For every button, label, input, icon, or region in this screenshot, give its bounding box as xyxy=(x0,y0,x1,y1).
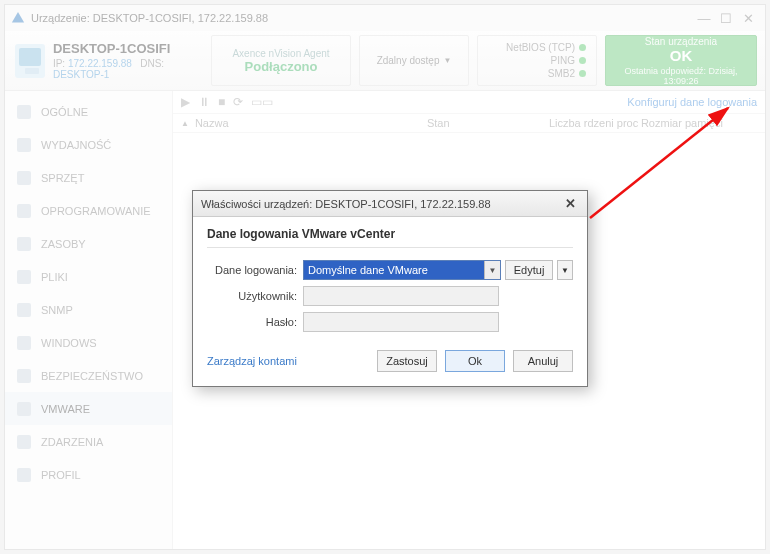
edit-dropdown-button[interactable]: ▼ xyxy=(557,260,573,280)
sidebar-item-files[interactable]: PLIKI xyxy=(5,260,172,293)
service-netbios: NetBIOS (TCP) xyxy=(506,42,586,53)
service-ping: PING xyxy=(551,55,586,66)
login-value: Domyślne dane VMware xyxy=(308,264,428,276)
profile-icon xyxy=(17,468,31,482)
sort-icon[interactable]: ▲ xyxy=(181,119,189,128)
stop-icon[interactable]: ■ xyxy=(218,95,225,109)
security-icon xyxy=(17,369,31,383)
title-prefix: Urządzenie: xyxy=(31,12,90,24)
properties-dialog: Właściwości urządzeń: DESKTOP-1COSIFI, 1… xyxy=(192,190,588,387)
user-field[interactable] xyxy=(303,286,499,306)
minimize-button[interactable]: — xyxy=(693,9,715,27)
sidebar-item-vmware[interactable]: VMWARE xyxy=(5,392,172,425)
cancel-button[interactable]: Anuluj xyxy=(513,350,573,372)
resources-icon xyxy=(17,237,31,251)
col-cores[interactable]: Liczba rdzeni proc xyxy=(549,117,639,129)
general-icon xyxy=(17,105,31,119)
sidebar-item-general[interactable]: OGÓLNE xyxy=(5,95,172,128)
device-name: DESKTOP-1COSIFI xyxy=(53,41,203,56)
software-icon xyxy=(17,204,31,218)
col-memory[interactable]: Rozmiar pamięci xyxy=(641,117,731,129)
status-dot-icon xyxy=(579,70,586,77)
manage-accounts-link[interactable]: Zarządzaj kontami xyxy=(207,355,297,367)
app-icon xyxy=(11,11,25,25)
edit-button[interactable]: Edytuj xyxy=(505,260,553,280)
header: DESKTOP-1COSIFI IP: 172.22.159.88 DNS: D… xyxy=(5,31,765,91)
close-button[interactable]: ✕ xyxy=(737,9,759,27)
column-headers: ▲ Nazwa Stan Liczba rdzeni proc Rozmiar … xyxy=(173,113,765,133)
status-heading: Stan urządzenia xyxy=(645,36,717,47)
status-dot-icon xyxy=(579,44,586,51)
performance-icon xyxy=(17,138,31,152)
snmp-icon xyxy=(17,303,31,317)
sidebar-item-profile[interactable]: PROFIL xyxy=(5,458,172,491)
password-field[interactable] xyxy=(303,312,499,332)
ok-button[interactable]: Ok xyxy=(445,350,505,372)
vmware-icon xyxy=(17,402,31,416)
sidebar-item-events[interactable]: ZDARZENIA xyxy=(5,425,172,458)
sidebar-item-hardware[interactable]: SPRZĘT xyxy=(5,161,172,194)
maximize-button[interactable]: ☐ xyxy=(715,9,737,27)
dialog-titlebar: Właściwości urządzeń: DESKTOP-1COSIFI, 1… xyxy=(193,191,587,217)
status-value: OK xyxy=(670,47,693,64)
col-state[interactable]: Stan xyxy=(427,117,547,129)
sidebar-item-snmp[interactable]: SNMP xyxy=(5,293,172,326)
status-panel: Stan urządzenia OK Ostatnia odpowiedź: D… xyxy=(605,35,757,86)
hardware-icon xyxy=(17,171,31,185)
configure-login-link[interactable]: Konfiguruj dane logowania xyxy=(627,96,757,108)
svg-marker-0 xyxy=(12,12,24,23)
login-label: Dane logowania: xyxy=(207,264,297,276)
service-smb2: SMB2 xyxy=(548,68,586,79)
titlebar: Urządzenie: DESKTOP-1COSIFI, 172.22.159.… xyxy=(5,5,765,31)
status-dot-icon xyxy=(579,57,586,64)
col-name[interactable]: Nazwa xyxy=(195,117,425,129)
dialog-title: Właściwości urządzeń: DESKTOP-1COSIFI, 1… xyxy=(201,198,491,210)
dialog-heading: Dane logowania VMware vCenter xyxy=(207,227,573,248)
computer-icon xyxy=(15,44,45,78)
play-icon[interactable]: ▶ xyxy=(181,95,190,109)
device-block: DESKTOP-1COSIFI IP: 172.22.159.88 DNS: D… xyxy=(13,35,203,86)
password-label: Hasło: xyxy=(207,316,297,328)
sidebar: OGÓLNE WYDAJNOŚĆ SPRZĘT OPROGRAMOWANIE Z… xyxy=(5,91,173,549)
agent-title: Axence nVision Agent xyxy=(232,48,329,59)
device-sub: IP: 172.22.159.88 DNS: DESKTOP-1 xyxy=(53,58,203,80)
pause-icon[interactable]: ⏸ xyxy=(198,95,210,109)
screens-icon[interactable]: ▭▭ xyxy=(251,95,273,109)
sidebar-item-security[interactable]: BEZPIECZEŃSTWO xyxy=(5,359,172,392)
services-panel: NetBIOS (TCP) PING SMB2 xyxy=(477,35,597,86)
sidebar-item-software[interactable]: OPROGRAMOWANIE xyxy=(5,194,172,227)
remote-label: Zdalny dostęp xyxy=(377,55,440,66)
status-time: Ostatnia odpowiedź: Dzisiaj, 13:09:26 xyxy=(616,66,746,86)
refresh-icon[interactable]: ⟳ xyxy=(233,95,243,109)
agent-panel: Axence nVision Agent Podłączono xyxy=(211,35,351,86)
chevron-down-icon[interactable]: ▼ xyxy=(484,261,500,279)
user-label: Użytkownik: xyxy=(207,290,297,302)
sidebar-item-resources[interactable]: ZASOBY xyxy=(5,227,172,260)
apply-button[interactable]: Zastosuj xyxy=(377,350,437,372)
toolbar: ▶ ⏸ ■ ⟳ ▭▭ Konfiguruj dane logowania xyxy=(173,91,765,113)
windows-icon xyxy=(17,336,31,350)
dialog-close-button[interactable]: ✕ xyxy=(561,195,579,213)
login-combobox[interactable]: Domyślne dane VMware ▼ xyxy=(303,260,501,280)
title-device: DESKTOP-1COSIFI, 172.22.159.88 xyxy=(93,12,268,24)
chevron-down-icon: ▼ xyxy=(443,56,451,65)
files-icon xyxy=(17,270,31,284)
events-icon xyxy=(17,435,31,449)
sidebar-item-performance[interactable]: WYDAJNOŚĆ xyxy=(5,128,172,161)
agent-status: Podłączono xyxy=(245,59,318,74)
sidebar-item-windows[interactable]: WINDOWS xyxy=(5,326,172,359)
remote-access-button[interactable]: Zdalny dostęp ▼ xyxy=(359,35,469,86)
